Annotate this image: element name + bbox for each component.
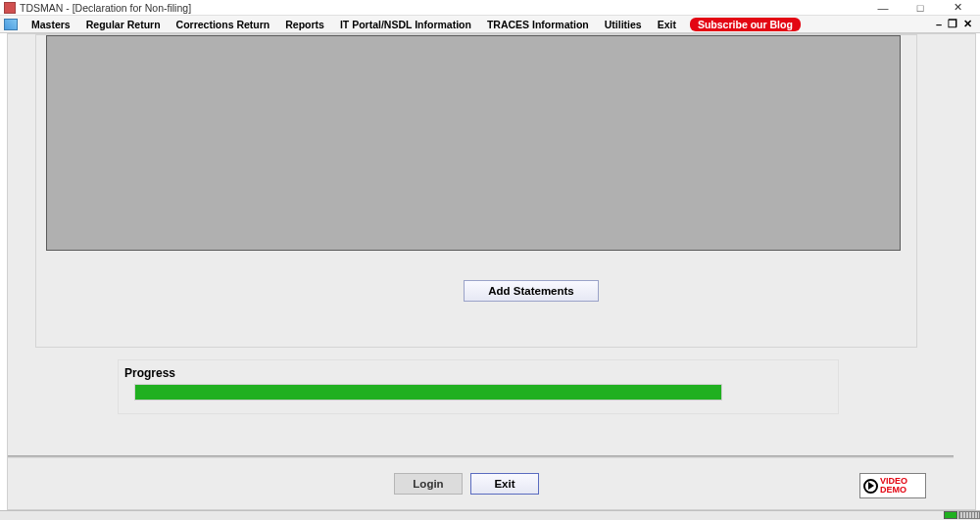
progress-bar [134,384,722,401]
menu-utilities[interactable]: Utilities [597,17,650,32]
status-green-icon [944,511,957,519]
mdi-close-icon[interactable]: ✕ [963,18,972,30]
window-title: TDSMAN - [Declaration for Non-filing] [20,2,191,14]
play-icon [863,479,878,494]
mdi-restore-icon[interactable]: ❐ [948,18,957,30]
minimize-button[interactable]: — [864,1,902,15]
menubar: Masters Regular Return Corrections Retur… [0,16,980,33]
menu-it-portal-nsdl[interactable]: IT Portal/NSDL Information [332,17,479,32]
exit-button[interactable]: Exit [470,473,539,495]
statements-panel: Add Statements [35,34,917,348]
app-icon [4,2,16,14]
maximize-button[interactable]: □ [902,1,939,15]
menu-exit[interactable]: Exit [650,17,684,32]
add-statements-button[interactable]: Add Statements [464,280,599,302]
menu-traces-info[interactable]: TRACES Information [479,17,597,32]
mdi-minimize-icon[interactable]: – [936,19,942,30]
menu-icon [4,19,18,30]
menu-corrections-return[interactable]: Corrections Return [169,17,278,32]
progress-bar-fill [135,385,721,400]
status-indicator [944,510,980,520]
mdi-client-area: Add Statements Progress Login Exit VIDEO… [7,33,976,510]
bottom-row: Login Exit VIDEO DEMO [8,473,954,498]
menu-masters[interactable]: Masters [24,17,78,32]
close-button[interactable]: ✕ [939,1,976,15]
mdi-controls: – ❐ ✕ [936,18,976,30]
statements-grid[interactable] [46,35,901,251]
menu-reports[interactable]: Reports [277,17,332,32]
video-demo-label: VIDEO DEMO [880,477,907,495]
progress-panel: Progress [118,359,839,414]
statusbar [0,510,980,520]
menu-regular-return[interactable]: Regular Return [78,17,169,32]
login-button[interactable]: Login [394,473,463,495]
separator-line [8,455,954,458]
subscribe-blog-button[interactable]: Subscribe our Blog [690,18,801,31]
video-demo-button[interactable]: VIDEO DEMO [859,473,926,498]
status-grip-icon [958,511,980,519]
titlebar: TDSMAN - [Declaration for Non-filing] — … [0,0,980,16]
progress-label: Progress [124,366,175,380]
